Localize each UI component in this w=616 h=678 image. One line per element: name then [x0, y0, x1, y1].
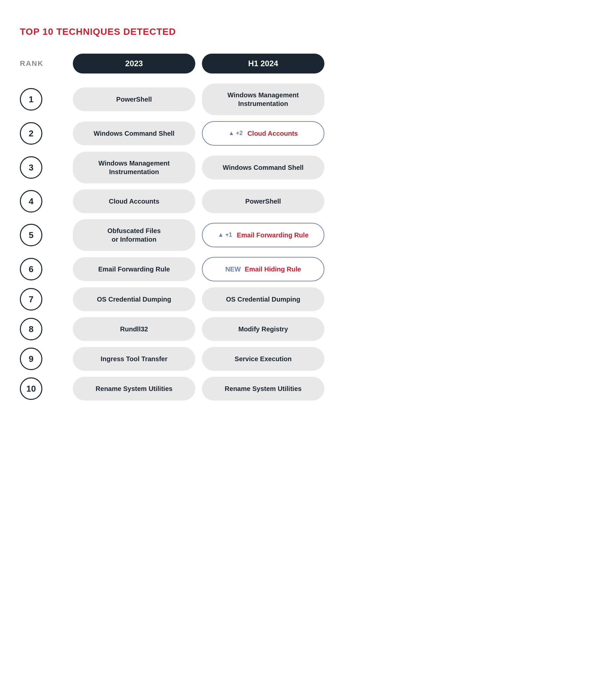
technique-h12024-rank-6: NEWEmail Hiding Rule [202, 257, 324, 281]
pill-2023-rank-3: Windows ManagementInstrumentation [73, 152, 195, 183]
rank-cell-5: 5 [20, 224, 73, 246]
table-row: 7OS Credential DumpingOS Credential Dump… [20, 287, 331, 311]
rank-circle-5: 5 [20, 224, 42, 246]
table-row: 8Rundll32Modify Registry [20, 317, 331, 341]
change-indicator-rank-5: ▲ +1 [218, 231, 232, 239]
table-row: 10Rename System UtilitiesRename System U… [20, 377, 331, 401]
page-container: TOP 10 TECHNIQUES DETECTED RANK 2023 H1 … [20, 27, 331, 401]
rank-circle-6: 6 [20, 258, 42, 280]
rank-circle-10: 10 [20, 377, 42, 400]
technique-label-rank-6: Email Hiding Rule [244, 265, 301, 273]
technique-label-rank-2: Cloud Accounts [247, 129, 298, 138]
technique-2023-rank-6: Email Forwarding Rule [73, 257, 195, 281]
rank-cell-7: 7 [20, 288, 73, 310]
rank-circle-3: 3 [20, 156, 42, 179]
technique-h12024-rank-10: Rename System Utilities [202, 377, 324, 401]
pill-h12024-rank-5: ▲ +1Email Forwarding Rule [202, 223, 324, 247]
new-badge-rank-6: NEW [225, 265, 241, 273]
pill-h12024-rank-3: Windows Command Shell [202, 156, 324, 180]
rank-circle-8: 8 [20, 318, 42, 340]
pill-h12024-rank-9: Service Execution [202, 347, 324, 371]
table-row: 5Obfuscated Filesor Information▲ +1Email… [20, 219, 331, 251]
year-2023-header: 2023 [73, 53, 195, 74]
rank-circle-7: 7 [20, 288, 42, 310]
rank-circle-2: 2 [20, 122, 42, 145]
technique-2023-rank-7: OS Credential Dumping [73, 287, 195, 311]
pill-h12024-rank-4: PowerShell [202, 189, 324, 213]
technique-2023-rank-10: Rename System Utilities [73, 377, 195, 401]
rank-cell-1: 1 [20, 88, 73, 111]
technique-2023-rank-9: Ingress Tool Transfer [73, 347, 195, 371]
technique-h12024-rank-9: Service Execution [202, 347, 324, 371]
table-row: 3Windows ManagementInstrumentationWindow… [20, 152, 331, 183]
h1-2024-header: H1 2024 [202, 53, 324, 74]
pill-2023-rank-1: PowerShell [73, 87, 195, 111]
rank-cell-6: 6 [20, 258, 73, 280]
pill-h12024-rank-6: NEWEmail Hiding Rule [202, 257, 324, 281]
rank-cell-4: 4 [20, 190, 73, 213]
rank-circle-1: 1 [20, 88, 42, 111]
pill-h12024-rank-8: Modify Registry [202, 317, 324, 341]
pill-2023-rank-6: Email Forwarding Rule [73, 257, 195, 281]
rank-cell-9: 9 [20, 348, 73, 370]
pill-content-rank-2: ▲ +2Cloud Accounts [228, 129, 298, 138]
table-row: 4Cloud AccountsPowerShell [20, 189, 331, 213]
technique-2023-rank-1: PowerShell [73, 87, 195, 111]
technique-h12024-rank-2: ▲ +2Cloud Accounts [202, 121, 324, 146]
technique-h12024-rank-1: Windows ManagementInstrumentation [202, 83, 324, 115]
pill-h12024-rank-7: OS Credential Dumping [202, 287, 324, 311]
technique-h12024-rank-4: PowerShell [202, 189, 324, 213]
pill-2023-rank-10: Rename System Utilities [73, 377, 195, 401]
techniques-table: 1PowerShellWindows ManagementInstrumenta… [20, 83, 331, 401]
rank-circle-4: 4 [20, 190, 42, 213]
pill-2023-rank-8: Rundll32 [73, 317, 195, 341]
pill-2023-rank-4: Cloud Accounts [73, 189, 195, 213]
technique-2023-rank-4: Cloud Accounts [73, 189, 195, 213]
rank-cell-8: 8 [20, 318, 73, 340]
pill-content-rank-6: NEWEmail Hiding Rule [225, 265, 301, 273]
technique-label-rank-5: Email Forwarding Rule [237, 231, 308, 239]
pill-h12024-rank-10: Rename System Utilities [202, 377, 324, 401]
change-indicator-rank-2: ▲ +2 [228, 129, 243, 137]
section-title: TOP 10 TECHNIQUES DETECTED [20, 27, 331, 37]
pill-h12024-rank-1: Windows ManagementInstrumentation [202, 83, 324, 115]
pill-content-rank-5: ▲ +1Email Forwarding Rule [218, 231, 308, 239]
table-row: 9Ingress Tool TransferService Execution [20, 347, 331, 371]
rank-cell-3: 3 [20, 156, 73, 179]
rank-column-header: RANK [20, 59, 73, 68]
technique-h12024-rank-7: OS Credential Dumping [202, 287, 324, 311]
technique-2023-rank-8: Rundll32 [73, 317, 195, 341]
table-row: 1PowerShellWindows ManagementInstrumenta… [20, 83, 331, 115]
technique-2023-rank-3: Windows ManagementInstrumentation [73, 152, 195, 183]
rank-cell-10: 10 [20, 377, 73, 400]
table-header: RANK 2023 H1 2024 [20, 53, 331, 74]
rank-circle-9: 9 [20, 348, 42, 370]
technique-2023-rank-2: Windows Command Shell [73, 121, 195, 145]
pill-h12024-rank-2: ▲ +2Cloud Accounts [202, 121, 324, 146]
pill-2023-rank-5: Obfuscated Filesor Information [73, 219, 195, 251]
pill-2023-rank-9: Ingress Tool Transfer [73, 347, 195, 371]
pill-2023-rank-2: Windows Command Shell [73, 121, 195, 145]
pill-2023-rank-7: OS Credential Dumping [73, 287, 195, 311]
technique-h12024-rank-8: Modify Registry [202, 317, 324, 341]
table-row: 6Email Forwarding RuleNEWEmail Hiding Ru… [20, 257, 331, 281]
rank-cell-2: 2 [20, 122, 73, 145]
technique-h12024-rank-5: ▲ +1Email Forwarding Rule [202, 223, 324, 247]
table-row: 2Windows Command Shell▲ +2Cloud Accounts [20, 121, 331, 146]
technique-2023-rank-5: Obfuscated Filesor Information [73, 219, 195, 251]
technique-h12024-rank-3: Windows Command Shell [202, 156, 324, 180]
